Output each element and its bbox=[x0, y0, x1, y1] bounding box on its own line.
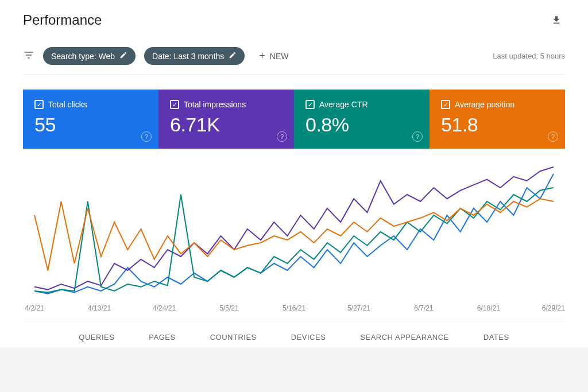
help-icon[interactable]: ? bbox=[412, 131, 423, 142]
metric-label: Total clicks bbox=[48, 100, 87, 109]
tab-search-appearance[interactable]: SEARCH APPEARANCE bbox=[360, 333, 448, 341]
performance-chart: 4/2/214/13/214/24/215/5/215/16/215/27/21… bbox=[23, 149, 565, 321]
tab-dates[interactable]: DATES bbox=[483, 333, 509, 341]
date-chip[interactable]: Date: Last 3 months bbox=[144, 47, 245, 65]
metric-value: 0.8% bbox=[305, 114, 418, 136]
chart-x-tick: 5/16/21 bbox=[283, 304, 305, 312]
metric-card-clicks[interactable]: ✓ Total clicks 55 ? bbox=[23, 90, 158, 149]
metric-card-ctr[interactable]: ✓ Average CTR 0.8% ? bbox=[294, 90, 430, 149]
add-filter-button[interactable]: + NEW bbox=[253, 46, 294, 66]
chart-x-tick: 4/2/21 bbox=[25, 304, 44, 312]
help-icon[interactable]: ? bbox=[141, 131, 152, 142]
metric-label: Average position bbox=[455, 100, 514, 109]
chart-x-tick: 6/18/21 bbox=[477, 304, 500, 312]
chip-label: Date: Last 3 months bbox=[152, 52, 224, 61]
tab-pages[interactable]: PAGES bbox=[149, 333, 175, 341]
metric-label: Average CTR bbox=[319, 100, 368, 109]
chart-x-tick: 5/27/21 bbox=[347, 304, 370, 312]
download-icon bbox=[551, 15, 562, 25]
page-title: Performance bbox=[23, 12, 102, 28]
tab-countries[interactable]: COUNTRIES bbox=[210, 333, 257, 341]
filter-bar: Search type: Web Date: Last 3 months + N… bbox=[23, 37, 565, 75]
checkbox-icon: ✓ bbox=[441, 100, 450, 109]
chart-series-line bbox=[34, 174, 554, 294]
metric-label: Total impressions bbox=[184, 100, 246, 109]
pencil-icon bbox=[229, 51, 237, 61]
plus-icon: + bbox=[259, 50, 265, 62]
export-button[interactable] bbox=[548, 11, 565, 29]
chip-label: Search type: Web bbox=[51, 52, 115, 61]
chart-x-tick: 6/7/21 bbox=[414, 304, 434, 312]
search-type-chip[interactable]: Search type: Web bbox=[43, 47, 136, 65]
tab-devices[interactable]: DEVICES bbox=[291, 333, 326, 341]
checkbox-icon: ✓ bbox=[170, 100, 179, 109]
chart-x-tick: 5/5/21 bbox=[219, 304, 239, 312]
checkbox-icon: ✓ bbox=[34, 100, 44, 109]
help-icon[interactable]: ? bbox=[277, 131, 287, 142]
new-label: NEW bbox=[270, 52, 289, 61]
help-icon[interactable]: ? bbox=[548, 131, 558, 142]
metric-value: 51.8 bbox=[441, 114, 554, 136]
metric-value: 55 bbox=[34, 114, 147, 136]
chart-series-line bbox=[34, 199, 554, 270]
metric-card-position[interactable]: ✓ Average position 51.8 ? bbox=[430, 90, 565, 149]
chart-x-tick: 4/13/21 bbox=[88, 304, 111, 312]
pencil-icon bbox=[119, 51, 127, 61]
last-updated-text: Last updated: 5 hours bbox=[493, 52, 565, 60]
filter-icon[interactable] bbox=[23, 49, 34, 63]
tabs-bar: QUERIES PAGES COUNTRIES DEVICES SEARCH A… bbox=[23, 321, 565, 347]
checkbox-icon: ✓ bbox=[305, 100, 315, 109]
chart-series-line bbox=[34, 188, 554, 292]
chart-x-tick: 6/29/21 bbox=[542, 304, 565, 312]
tab-queries[interactable]: QUERIES bbox=[79, 333, 114, 341]
metrics-row: ✓ Total clicks 55 ? ✓ Total impressions … bbox=[23, 90, 565, 149]
metric-value: 6.71K bbox=[170, 114, 283, 136]
metric-card-impressions[interactable]: ✓ Total impressions 6.71K ? bbox=[158, 90, 294, 149]
chart-x-tick: 4/24/21 bbox=[153, 304, 176, 312]
